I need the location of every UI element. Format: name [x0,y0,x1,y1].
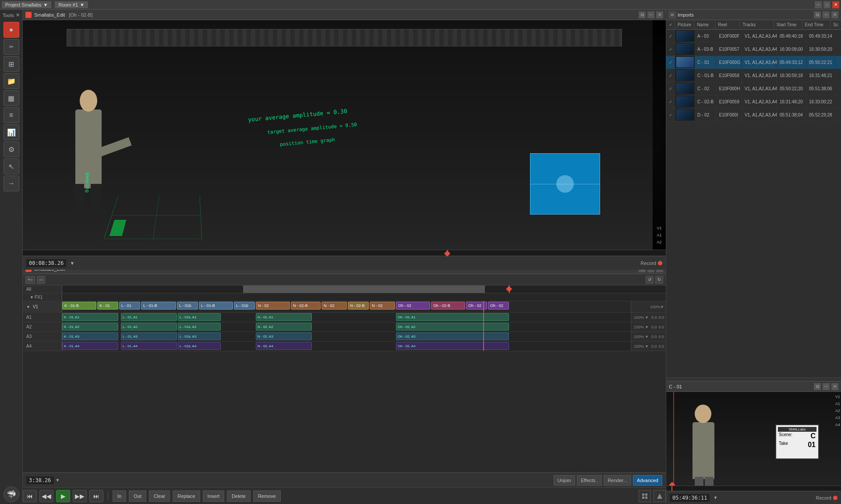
imports-row-4[interactable]: ✓ C - 02 E10F000H V1, A1,A2,A3,A4 05:50:… [666,82,841,95]
tool-list-button[interactable]: ≡ [4,107,19,123]
th-name[interactable]: Name [694,20,715,29]
main-timecode-dropdown-icon[interactable]: ▼ [70,261,74,266]
a2-clip-n02[interactable]: N - 02, A2 [256,323,312,331]
v1-clip-n02b2[interactable]: N - 02-B [348,302,369,310]
th-tracks[interactable]: Tracks [740,20,774,29]
a1-clip-l01b[interactable]: L - 01b, A1 [178,313,221,321]
tool-folder-button[interactable]: 📁 [4,73,19,89]
v1-clip-n02v3[interactable]: N - 02 [370,302,395,310]
source-minimize-button[interactable]: ─ [823,383,830,390]
v1-clip-l01bv2[interactable]: L - 01b [234,302,255,310]
preview-minimize-button[interactable]: ─ [647,11,654,18]
v1-clip-oh02[interactable]: Oh - 02 [396,302,430,310]
remove-button[interactable]: Remove [253,490,281,502]
v1-clip-k01b[interactable]: K - 01-B [62,302,96,310]
insert-button[interactable]: Insert [203,490,225,502]
transport-icon-right[interactable] [654,490,666,502]
v1-clip-oh02v3[interactable]: Oh - 02 [488,302,509,310]
tl-redo-button[interactable]: ↻ [655,276,663,284]
main-record-dot[interactable] [658,261,662,265]
imports-row-1[interactable]: ✓ A - 03-B E10F0057 V1, A1,A2,A3,A4 16:3… [666,43,841,56]
th-picture[interactable]: Picture [675,20,694,29]
v1-collapse-arrow[interactable]: ▼ [26,305,30,309]
imports-h-scrollbar[interactable] [666,377,841,381]
a2-clip-k01[interactable]: K - 01, A2 [62,323,118,331]
collapse-arrow[interactable]: ▼ [30,295,34,300]
app-close-button[interactable]: ✕ [832,1,839,8]
v1-clip-l01[interactable]: L - 01 [119,302,140,310]
tl-undo-button[interactable]: ↺ [646,276,654,284]
tool-arrow-button[interactable]: → [4,176,19,191]
a4-clip-n02[interactable]: N - 02, A4 [256,342,312,350]
tools-close-icon[interactable]: ✕ [16,12,20,18]
th-end-time[interactable]: End Time [802,20,831,29]
a3-clip-n02[interactable]: N - 02, A3 [256,332,312,340]
th-scene[interactable]: Sc [830,20,841,29]
out-button[interactable]: Out [129,490,146,502]
v1-clip-oh02b[interactable]: Oh - 02-B [431,302,465,310]
tool-settings-button[interactable]: ⚙ [4,141,19,157]
a1-clip-k01[interactable]: K - 01, A1 [62,313,118,321]
a3-clip-l01[interactable]: L - 01, A3 [121,332,177,340]
a2-clip-oh02[interactable]: Oh - 02, A2 [396,323,509,331]
effects-button[interactable]: Effects . [577,475,602,486]
clear-button[interactable]: Clear [149,490,170,502]
room-dropdown-icon[interactable]: ▼ [80,2,85,7]
a1-clip-l01[interactable]: L - 01, A1 [121,313,177,321]
v1-clip-k01[interactable]: K - 01 [97,302,118,310]
transport-go-end-button[interactable]: ⏭ [89,490,103,502]
main-scrubber[interactable] [23,250,666,256]
source-timecode-dropdown[interactable]: ▼ [713,495,717,500]
v1-clip-l01bv[interactable]: L - 01b [177,302,198,310]
a3-clip-oh02[interactable]: Oh - 02, A3 [396,332,509,340]
v1-clip-oh02v2[interactable]: Oh - 02 [466,302,487,310]
source-close-button[interactable]: ✕ [831,383,838,390]
a2-clip-l01[interactable]: L - 01, A2 [121,323,177,331]
unjoin-button[interactable]: Unjoin [554,475,575,486]
tool-table-button[interactable]: ▦ [4,90,19,106]
a3-clip-l01b[interactable]: L - 01b, A3 [178,332,221,340]
tool-grid-button[interactable]: ⊞ [4,56,19,72]
tool-record-button[interactable]: ● [4,22,19,38]
v1-clip-n02[interactable]: N - 02 [256,302,290,310]
v1-clip-l01b[interactable]: L - 01-B [141,302,176,310]
a2-clip-l01b[interactable]: L - 01b, A2 [178,323,221,331]
app-minimize-button[interactable]: ─ [815,1,822,8]
imports-row-3[interactable]: ✓ C - 01-B E10F0058 V1, A1,A2,A3,A4 16:3… [666,69,841,82]
th-start-time[interactable]: Start Time [774,20,802,29]
v1-zoom-dropdown[interactable]: ▼ [660,305,664,309]
tool-pointer-button[interactable]: ↖ [4,159,19,174]
preview-float-button[interactable]: ⧉ [639,11,646,18]
a2-zoom-dropdown[interactable]: ▼ [645,325,649,329]
tl-zoom-out-button[interactable]: -○ [37,276,45,284]
a4-clip-l01b[interactable]: L - 01b, A4 [178,342,221,350]
imports-row-0[interactable]: ✓ A - 03 E10F000F V1, A1,A2,A3,A4 05:48:… [666,30,841,43]
a3-zoom-dropdown[interactable]: ▼ [645,335,649,339]
room-title-bar[interactable]: Room #1 ▼ [55,1,88,8]
delete-button[interactable]: Delete [227,490,251,502]
v1-clip-l01b2[interactable]: L - 01-B [199,302,233,310]
source-scrubber[interactable] [666,486,841,491]
imports-minimize-button[interactable]: ─ [823,11,830,18]
source-record-dot[interactable] [833,496,837,500]
imports-row-6[interactable]: ✓ D - 02 E10F000I V1, A1,A2,A3,A4 05:51:… [666,109,841,122]
app-maximize-button[interactable]: □ [823,1,830,8]
project-dropdown-icon[interactable]: ▼ [43,2,48,7]
a3-clip-k01[interactable]: K - 01, A3 [62,332,118,340]
a1-clip-n02[interactable]: N - 02, A1 [256,313,312,321]
v1-clip-n02v2[interactable]: N - 02 [322,302,347,310]
render-button[interactable]: Render... [604,475,631,486]
transport-go-start-button[interactable]: ⏮ [23,490,37,502]
tool-graph-button[interactable]: 📊 [4,124,19,140]
tool-edit-button[interactable]: ✂ [4,39,19,55]
a4-zoom-dropdown[interactable]: ▼ [645,344,649,349]
timeline-timecode-dropdown[interactable]: ▼ [56,478,60,483]
imports-row-5[interactable]: ✓ C - 02-B E10F0059 V1, A1,A2,A3,A4 16:3… [666,95,841,109]
in-button[interactable]: In [113,490,126,502]
project-title-bar[interactable]: Project Smallabs ▼ [2,1,51,8]
imports-float-button[interactable]: ⧉ [814,11,821,18]
imports-row-2[interactable]: ✓ C - 01 E10F000G V1, A1,A2,A3,A4 05:49:… [666,56,841,69]
transport-next-button[interactable]: ▶▶ [73,490,87,502]
replace-button[interactable]: Replace [173,490,200,502]
source-float-button[interactable]: ⧉ [814,383,821,390]
